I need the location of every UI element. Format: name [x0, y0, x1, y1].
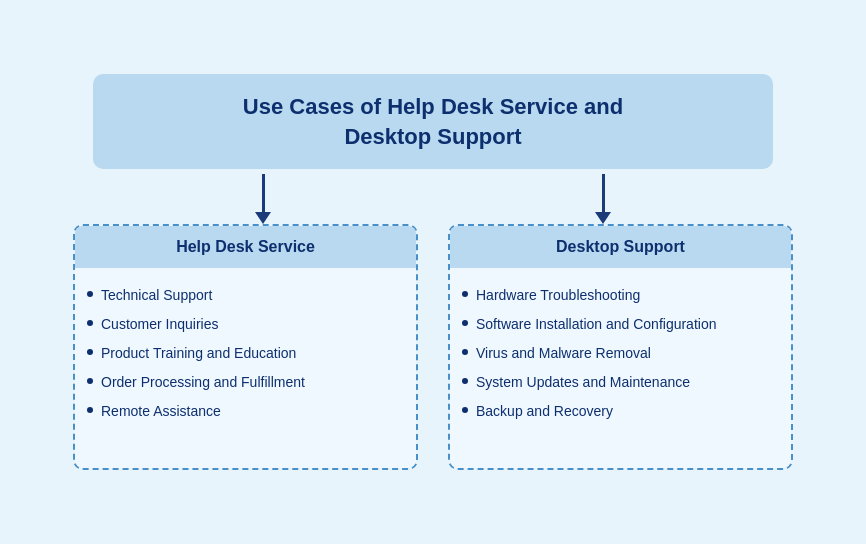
arrow-line-left — [262, 174, 265, 212]
title-line1: Use Cases of Help Desk Service and — [243, 94, 623, 119]
help-desk-body: Technical Support Customer Inquiries Pro… — [75, 268, 416, 468]
arrow-line-right — [602, 174, 605, 212]
desktop-item-4: System Updates and Maintenance — [476, 373, 690, 392]
list-item: Remote Assistance — [87, 402, 400, 421]
arrows-row — [93, 169, 773, 224]
bullet-icon — [462, 407, 468, 413]
bullet-icon — [87, 320, 93, 326]
desktop-support-header: Desktop Support — [450, 226, 791, 268]
list-item: Software Installation and Configuration — [462, 315, 775, 334]
help-desk-item-4: Order Processing and Fulfillment — [101, 373, 305, 392]
desktop-item-2: Software Installation and Configuration — [476, 315, 716, 334]
bullet-icon — [462, 349, 468, 355]
desktop-item-3: Virus and Malware Removal — [476, 344, 651, 363]
list-item: Hardware Troubleshooting — [462, 286, 775, 305]
bullet-icon — [462, 378, 468, 384]
bullet-icon — [87, 378, 93, 384]
list-item: Product Training and Education — [87, 344, 400, 363]
help-desk-list: Technical Support Customer Inquiries Pro… — [87, 286, 400, 420]
bullet-icon — [87, 349, 93, 355]
diagram-container: Use Cases of Help Desk Service and Deskt… — [23, 74, 843, 470]
bullet-icon — [462, 320, 468, 326]
title-box: Use Cases of Help Desk Service and Deskt… — [93, 74, 773, 169]
list-item: Order Processing and Fulfillment — [87, 373, 400, 392]
desktop-support-header-text: Desktop Support — [556, 238, 685, 255]
list-item: Virus and Malware Removal — [462, 344, 775, 363]
help-desk-item-1: Technical Support — [101, 286, 212, 305]
desktop-support-column: Desktop Support Hardware Troubleshooting… — [448, 224, 793, 470]
help-desk-header-text: Help Desk Service — [176, 238, 315, 255]
desktop-support-list: Hardware Troubleshooting Software Instal… — [462, 286, 775, 420]
arrow-left — [255, 169, 271, 224]
bullet-icon — [87, 291, 93, 297]
title-text: Use Cases of Help Desk Service and Deskt… — [123, 92, 743, 151]
help-desk-header: Help Desk Service — [75, 226, 416, 268]
arrow-right — [595, 169, 611, 224]
bullet-icon — [462, 291, 468, 297]
help-desk-item-3: Product Training and Education — [101, 344, 296, 363]
desktop-item-5: Backup and Recovery — [476, 402, 613, 421]
arrow-head-left — [255, 212, 271, 224]
help-desk-item-2: Customer Inquiries — [101, 315, 219, 334]
list-item: System Updates and Maintenance — [462, 373, 775, 392]
help-desk-item-5: Remote Assistance — [101, 402, 221, 421]
desktop-item-1: Hardware Troubleshooting — [476, 286, 640, 305]
list-item: Technical Support — [87, 286, 400, 305]
bullet-icon — [87, 407, 93, 413]
list-item: Customer Inquiries — [87, 315, 400, 334]
arrow-head-right — [595, 212, 611, 224]
desktop-support-body: Hardware Troubleshooting Software Instal… — [450, 268, 791, 468]
list-item: Backup and Recovery — [462, 402, 775, 421]
columns-row: Help Desk Service Technical Support Cust… — [73, 224, 793, 470]
help-desk-column: Help Desk Service Technical Support Cust… — [73, 224, 418, 470]
title-line2: Desktop Support — [344, 124, 521, 149]
